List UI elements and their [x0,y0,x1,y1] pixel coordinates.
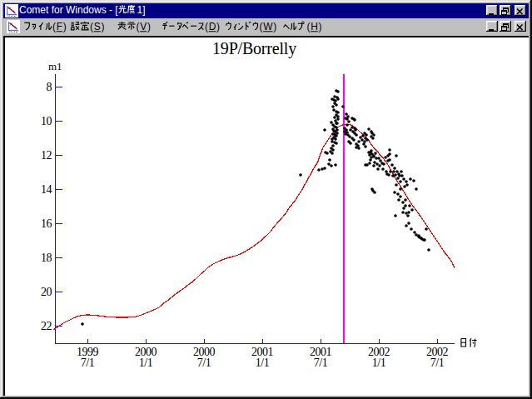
svg-text:(F): (F) [52,21,67,32]
svg-text:1/1: 1/1 [372,357,386,369]
svg-text:1/1: 1/1 [139,357,153,369]
svg-text:7/1: 7/1 [197,357,211,369]
svg-text:(H): (H) [307,21,323,32]
svg-text:m1: m1 [48,60,62,72]
svg-text:7/1: 7/1 [430,357,445,369]
svg-text:19P/Borrelly: 19P/Borrelly [212,39,296,58]
svg-text:Comet for Windows - [: Comet for Windows - [ [19,4,118,16]
svg-text:12: 12 [41,149,52,162]
svg-text:22: 22 [41,320,52,332]
svg-text:16: 16 [41,217,52,230]
svg-text:18: 18 [41,252,52,264]
svg-text:8: 8 [47,81,52,93]
svg-text:20: 20 [41,286,52,298]
svg-text:(S): (S) [90,21,105,32]
svg-text:1]: 1] [137,4,146,16]
svg-text:7/1: 7/1 [314,357,328,369]
svg-text:(W): (W) [260,21,277,32]
svg-text:1/1: 1/1 [256,357,270,369]
svg-text:10: 10 [41,115,52,127]
svg-text:7/1: 7/1 [81,357,95,369]
svg-text:(D): (D) [205,21,221,32]
svg-text:14: 14 [41,183,52,196]
svg-text:(V): (V) [137,21,152,32]
